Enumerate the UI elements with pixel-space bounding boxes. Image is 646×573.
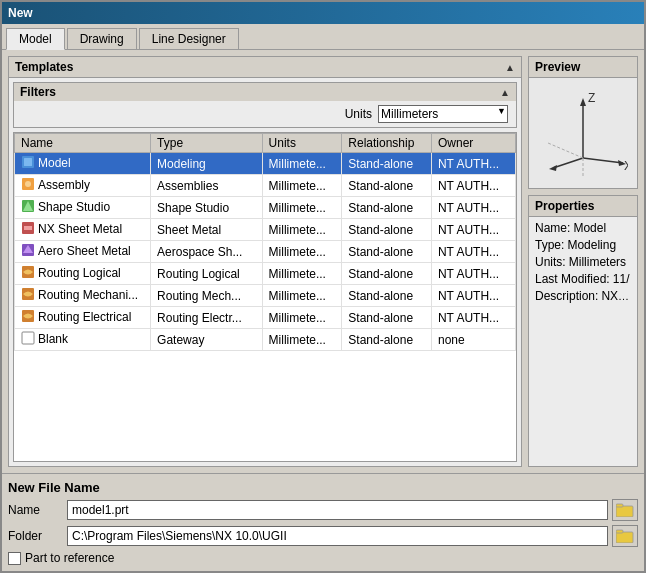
- table-body: ModelModelingMillimete...Stand-aloneNT A…: [15, 153, 516, 351]
- filters-section: Filters ▲ Units Millimeters Inches: [13, 82, 517, 128]
- row-type-cell: Sheet Metal: [151, 219, 263, 241]
- row-type-cell: Routing Mech...: [151, 285, 263, 307]
- svg-rect-24: [616, 504, 623, 507]
- row-relationship-cell: Stand-alone: [342, 329, 432, 351]
- properties-content: Name: Model Type: Modeling Units: Millim…: [529, 217, 637, 307]
- row-icon: [21, 265, 35, 282]
- table-row[interactable]: AssemblyAssembliesMillimete...Stand-alon…: [15, 175, 516, 197]
- folder-input[interactable]: [67, 526, 608, 546]
- part-ref-label: Part to reference: [25, 551, 114, 565]
- row-type-cell: Routing Logical: [151, 263, 263, 285]
- row-name-cell: Model: [15, 153, 151, 175]
- main-content: Templates ▲ Filters ▲ Units Millimeters …: [2, 50, 644, 473]
- row-name-cell: Shape Studio: [15, 197, 151, 219]
- row-type-cell: Assemblies: [151, 175, 263, 197]
- properties-header: Properties: [529, 196, 637, 217]
- row-relationship-cell: Stand-alone: [342, 153, 432, 175]
- row-icon: [21, 221, 35, 238]
- row-units-cell: Millimete...: [262, 219, 342, 241]
- row-icon: [21, 331, 35, 348]
- table-row[interactable]: Routing Mechani...Routing Mech...Millime…: [15, 285, 516, 307]
- row-owner-cell: NT AUTH...: [431, 263, 515, 285]
- row-relationship-cell: Stand-alone: [342, 285, 432, 307]
- svg-text:Z: Z: [588, 91, 595, 105]
- filters-collapse-icon[interactable]: ▲: [500, 87, 510, 98]
- row-owner-cell: NT AUTH...: [431, 285, 515, 307]
- svg-marker-14: [580, 98, 586, 106]
- row-units-cell: Millimete...: [262, 197, 342, 219]
- folder-browse-icon: [616, 529, 634, 543]
- row-relationship-cell: Stand-alone: [342, 263, 432, 285]
- prop-modified: Last Modified: 11/: [535, 272, 631, 286]
- table-row[interactable]: Routing ElectricalRouting Electr...Milli…: [15, 307, 516, 329]
- row-owner-cell: NT AUTH...: [431, 307, 515, 329]
- part-ref-checkbox[interactable]: [8, 552, 21, 565]
- table-row[interactable]: BlankGatewayMillimete...Stand-alonenone: [15, 329, 516, 351]
- templates-collapse-icon[interactable]: ▲: [505, 62, 515, 73]
- row-icon: [21, 199, 35, 216]
- svg-rect-26: [616, 530, 623, 533]
- properties-box: Properties Name: Model Type: Modeling Un…: [528, 195, 638, 467]
- svg-rect-23: [616, 506, 633, 517]
- right-panel: Preview Z X: [528, 56, 638, 467]
- folder-field-row: Folder: [8, 525, 638, 547]
- row-name-cell: Routing Logical: [15, 263, 151, 285]
- row-name-cell: Routing Electrical: [15, 307, 151, 329]
- svg-rect-7: [24, 226, 32, 230]
- svg-line-22: [548, 143, 583, 158]
- row-units-cell: Millimete...: [262, 241, 342, 263]
- tab-model[interactable]: Model: [6, 28, 65, 50]
- row-icon: [21, 177, 35, 194]
- row-type-cell: Aerospace Sh...: [151, 241, 263, 263]
- col-type[interactable]: Type: [151, 134, 263, 153]
- col-owner[interactable]: Owner: [431, 134, 515, 153]
- svg-point-3: [25, 181, 31, 187]
- svg-rect-12: [22, 332, 34, 344]
- table-row[interactable]: Shape StudioShape StudioMillimete...Stan…: [15, 197, 516, 219]
- tab-bar: Model Drawing Line Designer: [2, 24, 644, 50]
- row-owner-cell: NT AUTH...: [431, 197, 515, 219]
- row-units-cell: Millimete...: [262, 285, 342, 307]
- row-units-cell: Millimete...: [262, 153, 342, 175]
- row-units-cell: Millimete...: [262, 307, 342, 329]
- row-units-cell: Millimete...: [262, 263, 342, 285]
- units-label: Units: [345, 107, 372, 121]
- new-dialog: New Model Drawing Line Designer Template…: [0, 0, 646, 573]
- preview-box: Preview Z X: [528, 56, 638, 189]
- col-units[interactable]: Units: [262, 134, 342, 153]
- table-row[interactable]: Aero Sheet MetalAerospace Sh...Millimete…: [15, 241, 516, 263]
- col-name[interactable]: Name: [15, 134, 151, 153]
- folder-browse-button[interactable]: [612, 525, 638, 547]
- row-relationship-cell: Stand-alone: [342, 175, 432, 197]
- row-icon: [21, 243, 35, 260]
- row-owner-cell: NT AUTH...: [431, 175, 515, 197]
- preview-content: Z X: [529, 78, 637, 188]
- row-relationship-cell: Stand-alone: [342, 241, 432, 263]
- table-row[interactable]: Routing LogicalRouting LogicalMillimete.…: [15, 263, 516, 285]
- filters-content: Units Millimeters Inches: [14, 101, 516, 127]
- prop-description: Description: NX Ex: [535, 289, 631, 303]
- tab-line-designer[interactable]: Line Designer: [139, 28, 239, 49]
- prop-units: Units: Millimeters: [535, 255, 631, 269]
- prop-type: Type: Modeling: [535, 238, 631, 252]
- row-relationship-cell: Stand-alone: [342, 219, 432, 241]
- units-select-wrapper: Millimeters Inches: [378, 105, 508, 123]
- svg-text:X: X: [624, 159, 628, 173]
- col-relationship[interactable]: Relationship: [342, 134, 432, 153]
- prop-name: Name: Model: [535, 221, 631, 235]
- bottom-section: New File Name Name Folder Pa: [2, 473, 644, 571]
- name-input[interactable]: [67, 500, 608, 520]
- name-browse-button[interactable]: [612, 499, 638, 521]
- tab-drawing[interactable]: Drawing: [67, 28, 137, 49]
- row-icon: [21, 309, 35, 326]
- file-table: Name Type Units Relationship Owner Model…: [13, 132, 517, 462]
- row-icon: [21, 155, 35, 172]
- table-row[interactable]: ModelModelingMillimete...Stand-aloneNT A…: [15, 153, 516, 175]
- row-relationship-cell: Stand-alone: [342, 307, 432, 329]
- part-ref-row: Part to reference: [8, 551, 638, 565]
- svg-line-19: [553, 158, 583, 168]
- row-type-cell: Modeling: [151, 153, 263, 175]
- units-select[interactable]: Millimeters Inches: [378, 105, 508, 123]
- row-name-cell: Routing Mechani...: [15, 285, 151, 307]
- table-row[interactable]: NX Sheet MetalSheet MetalMillimete...Sta…: [15, 219, 516, 241]
